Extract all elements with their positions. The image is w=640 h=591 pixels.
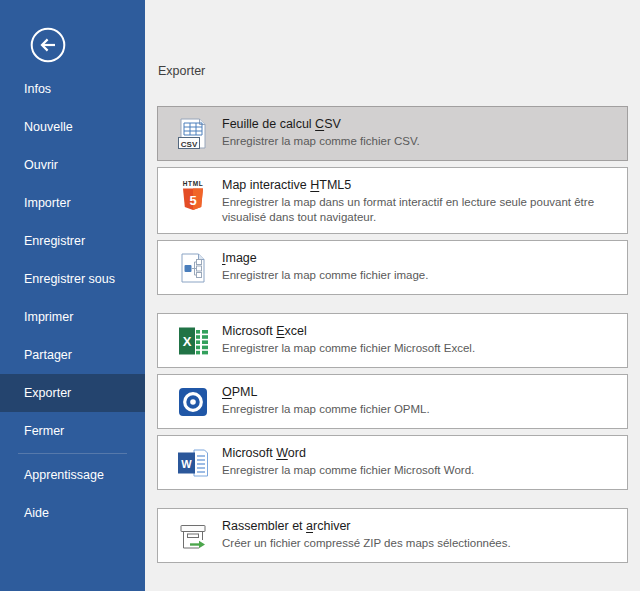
sidebar-item-imprimer[interactable]: Imprimer <box>0 298 145 336</box>
card-text: Feuille de calcul CSV Enregistrer la map… <box>222 115 420 149</box>
page-title: Exporter <box>158 64 628 79</box>
card-title: OPML <box>222 384 430 400</box>
back-arrow-circle-icon <box>30 27 66 63</box>
sidebar-nav: Infos Nouvelle Ouvrir Importer Enregistr… <box>0 70 145 532</box>
backstage-sidebar: Infos Nouvelle Ouvrir Importer Enregistr… <box>0 0 145 591</box>
sidebar-item-nouvelle[interactable]: Nouvelle <box>0 108 145 146</box>
card-title: Feuille de calcul CSV <box>222 116 420 132</box>
card-description: Enregistrer la map comme fichier OPML. <box>222 402 430 417</box>
word-icon-letter: W <box>181 458 192 470</box>
export-card-html5[interactable]: HTML 5 Map interactive HTML5 Enregistrer… <box>157 167 628 234</box>
card-text: Microsoft Excel Enregistrer la map comme… <box>222 322 475 356</box>
card-description: Enregistrer la map dans un format intera… <box>222 195 617 225</box>
card-title: Map interactive HTML5 <box>222 177 617 193</box>
card-text: Map interactive HTML5 Enregistrer la map… <box>222 176 617 225</box>
archive-zip-icon <box>176 519 210 553</box>
sidebar-item-importer[interactable]: Importer <box>0 184 145 222</box>
sidebar-item-partager[interactable]: Partager <box>0 336 145 374</box>
sidebar-item-aide[interactable]: Aide <box>0 494 145 532</box>
export-card-csv[interactable]: CSV Feuille de calcul CSV Enregistrer la… <box>157 106 628 161</box>
card-title: Microsoft Excel <box>222 323 475 339</box>
back-button[interactable] <box>30 27 66 63</box>
card-description: Enregistrer la map comme fichier Microso… <box>222 463 474 478</box>
microsoft-word-icon: W <box>176 446 210 480</box>
card-text: OPML Enregistrer la map comme fichier OP… <box>222 383 430 417</box>
csv-spreadsheet-icon: CSV <box>176 117 210 151</box>
excel-icon-letter: X <box>183 334 192 349</box>
sidebar-item-fermer[interactable]: Fermer <box>0 412 145 450</box>
card-text: Rassembler et archiver Créer un fichier … <box>222 517 511 551</box>
sidebar-item-enregistrer[interactable]: Enregistrer <box>0 222 145 260</box>
export-card-opml[interactable]: OPML Enregistrer la map comme fichier OP… <box>157 374 628 429</box>
sidebar-item-exporter[interactable]: Exporter <box>0 374 145 412</box>
sidebar-item-enregistrer-sous[interactable]: Enregistrer sous <box>0 260 145 298</box>
export-card-word[interactable]: W Microsoft Word Enregistrer la map comm… <box>157 435 628 490</box>
microsoft-excel-icon: X <box>176 324 210 358</box>
html5-icon-number: 5 <box>189 193 196 208</box>
card-title: Microsoft Word <box>222 445 474 461</box>
html5-icon: HTML 5 <box>176 178 210 212</box>
card-description: Enregistrer la map comme fichier Microso… <box>222 341 475 356</box>
export-card-excel[interactable]: X Microsoft Excel Enregistrer la map com… <box>157 313 628 368</box>
card-title: Rassembler et archiver <box>222 518 511 534</box>
card-text: Image Enregistrer la map comme fichier i… <box>222 249 428 283</box>
sidebar-divider <box>18 453 127 454</box>
opml-icon <box>176 385 210 419</box>
sidebar-item-infos[interactable]: Infos <box>0 70 145 108</box>
card-title: Image <box>222 250 428 266</box>
card-text: Microsoft Word Enregistrer la map comme … <box>222 444 474 478</box>
card-description: Créer un fichier compressé ZIP des maps … <box>222 536 511 551</box>
card-description: Enregistrer la map comme fichier CSV. <box>222 134 420 149</box>
export-options-list: CSV Feuille de calcul CSV Enregistrer la… <box>157 106 628 563</box>
html5-icon-word: HTML <box>183 180 203 187</box>
image-map-icon <box>176 251 210 285</box>
sidebar-item-ouvrir[interactable]: Ouvrir <box>0 146 145 184</box>
card-description: Enregistrer la map comme fichier image. <box>222 268 428 283</box>
export-card-image[interactable]: Image Enregistrer la map comme fichier i… <box>157 240 628 295</box>
csv-icon-label: CSV <box>181 140 198 149</box>
export-card-archive[interactable]: Rassembler et archiver Créer un fichier … <box>157 508 628 563</box>
export-page: Exporter CSV Feuille de calcul CSV Enre <box>145 0 640 591</box>
sidebar-item-apprentissage[interactable]: Apprentissage <box>0 456 145 494</box>
